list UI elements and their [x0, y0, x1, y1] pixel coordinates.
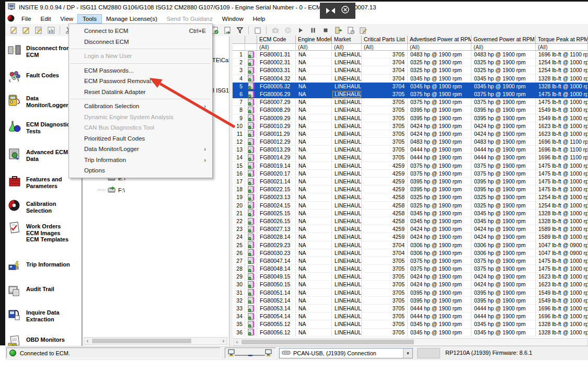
table-row[interactable]: 21FG80025.15NALINEHAUL42580345 hp @ 1900…	[233, 210, 588, 217]
notes-edit-icon[interactable]	[358, 26, 368, 35]
sidebar-item-work-orders-ecm-images-ecm-templates[interactable]: Work OrdersECM ImagesECM Templates	[7, 222, 80, 243]
table-row[interactable]: 25FG80029.23NALINEHAUL37040306 hp @ 1900…	[233, 241, 588, 249]
table-row[interactable]: 1FG80001.31NALINEHAUL37050483 hp @ 1900 …	[233, 51, 588, 59]
table-row[interactable]: 4FG80004.32NALINEHAUL37040345 hp @ 1900 …	[233, 75, 588, 83]
table-row[interactable]: 27FG80047.14NALINEHAUL37050375 hp @ 1900…	[233, 257, 588, 265]
table-row[interactable]: 22FG80026.15NALINEHAUL42580345 hp @ 1900…	[233, 217, 588, 225]
close-icon[interactable]	[341, 6, 349, 16]
tree-drive-f[interactable]: F:\	[98, 186, 125, 194]
menu-item-ecm-password-removal[interactable]: ECM Password Removal...	[69, 76, 212, 87]
menu-item-trip-information[interactable]: Trip Information›	[69, 155, 212, 166]
table-row[interactable]: 24FG80028.14NALINEHAUL42590424 hp @ 1900…	[233, 233, 588, 241]
filter-cell[interactable]: (All)	[332, 44, 362, 51]
cell-governed_power: 0395 hp @ 1900 rpm	[471, 106, 536, 114]
table-row[interactable]: 30FG80050.15NALINEHAUL37050424 hp @ 1900…	[233, 281, 588, 288]
table-row[interactable]: 17FG80021.14NALINEHAUL42590395 hp @ 1900…	[233, 178, 588, 186]
menu-item-options[interactable]: Options	[69, 165, 212, 176]
sidebar-item-trip-information[interactable]: Trip Information	[7, 260, 80, 275]
table-row[interactable]: 36FG80056.12NALINEHAUL37050345 hp @ 1900…	[233, 329, 588, 337]
dropdown-arrow-icon[interactable]: ▼	[403, 349, 412, 358]
cell-critical_parts_list: 4259	[362, 162, 408, 170]
adapter-select-dropdown[interactable]: PCAN-USB, (J1939) Connection ▼	[279, 348, 413, 358]
table-row[interactable]: 9FG80009.29NALINEHAUL37050395 hp @ 1900 …	[233, 114, 588, 122]
table-row[interactable]: 29FG80049.15NALINEHAUL37050424 hp @ 1900…	[233, 273, 588, 281]
tree-horizontal-scrollbar[interactable]: ‹ ›	[84, 337, 227, 345]
graph-icon[interactable]	[45, 26, 56, 35]
table-row[interactable]: 19FG80023.13NALINEHAUL42580325 hp @ 1900…	[233, 193, 588, 201]
menu-view[interactable]: View	[55, 15, 78, 23]
filter-cell[interactable]: (All)	[471, 44, 536, 51]
menu-window[interactable]: Window	[217, 15, 248, 23]
menu-edit[interactable]: Edit	[36, 15, 56, 23]
menu-item-prioritized-fault-codes[interactable]: Prioritized Fault Codes	[69, 133, 212, 144]
table-row[interactable]: 7FG80007.29NALINEHAUL37050375 hp @ 1900 …	[233, 98, 588, 106]
table-row[interactable]: 18FG80022.15NALINEHAUL42590395 hp @ 1900…	[233, 186, 588, 193]
table-row[interactable]: 5FG80005.32NALINEHAUL37040345 hp @ 1900 …	[233, 83, 588, 90]
play-icon[interactable]	[295, 26, 306, 35]
cell-market: LINEHAUL	[332, 305, 362, 312]
menu-item-reset-datalink-adapter[interactable]: Reset Datalink Adapter	[69, 87, 212, 98]
table-row[interactable]: 14FG80014.29NALINEHAUL37050444 hp @ 1900…	[233, 154, 588, 161]
row-number: 23	[233, 225, 245, 233]
table-row[interactable]: 13FG80013.29NALINEHAUL37050444 hp @ 1900…	[233, 146, 588, 154]
scroll-left-icon[interactable]: ‹	[234, 339, 240, 345]
sidebar-item-inquire-data-extraction[interactable]: Inquire DataExtraction	[7, 308, 80, 323]
menu-file[interactable]: File	[17, 15, 36, 23]
menu-item-connect-to-ecm[interactable]: Connect to ECMCtrl+E	[69, 26, 212, 37]
menu-item-calibration-selection[interactable]: Calibration Selection›	[69, 101, 212, 112]
report-icon[interactable]	[345, 26, 356, 35]
table-row[interactable]: 3FG80003.31NALINEHAUL37040325 hp @ 1900 …	[233, 66, 588, 74]
table-row[interactable]: 16FG80020.17NALINEHAUL42590375 hp @ 1900…	[233, 170, 588, 178]
cell-ecm_code: FG80012.29	[257, 138, 296, 146]
filter-icon[interactable]	[234, 26, 245, 35]
menu-tools[interactable]: Tools	[78, 15, 101, 23]
menu-send-to-guidanz[interactable]: Send To Guidanz	[162, 15, 217, 23]
filter-cell[interactable]: (All)	[362, 44, 408, 51]
table-row[interactable]: 34FG80054.14NALINEHAUL37050444 hp @ 1900…	[233, 312, 588, 320]
menu-item-ecm-passwords[interactable]: ECM Passwords...	[69, 65, 212, 76]
calibration-file-icon	[245, 305, 257, 312]
table-scroll-thumb[interactable]	[241, 340, 414, 344]
table-horizontal-scrollbar[interactable]: ‹	[233, 338, 588, 346]
scroll-right-icon[interactable]: ›	[220, 338, 227, 344]
table-row[interactable]: 6FG80006.29NALINEHAUL37050375 hp @ 1900 …	[233, 90, 588, 98]
table-row[interactable]: 35FG80055.12NALINEHAUL37050345 hp @ 1900…	[233, 320, 588, 328]
table-row[interactable]: 23FG80027.13NALINEHAUL42590424 hp @ 1900…	[233, 225, 588, 233]
tree-scroll-thumb[interactable]	[92, 339, 191, 343]
work-order-open-icon[interactable]	[20, 26, 31, 35]
table-row[interactable]: 10FG80010.29NALINEHAUL37050424 hp @ 1900…	[233, 122, 588, 130]
table-row[interactable]: 8FG80008.29NALINEHAUL37050395 hp @ 1900 …	[233, 106, 588, 114]
calibration-file-icon	[245, 83, 257, 90]
table-row[interactable]: 26FG80030.23NALINEHAUL37040306 hp @ 1900…	[233, 249, 588, 257]
menu-help[interactable]: Help	[248, 15, 270, 23]
filter-cell[interactable]: (All)	[296, 44, 332, 51]
table-row[interactable]: 31FG80051.14NALINEHAUL37050395 hp @ 1900…	[233, 289, 588, 297]
row-number: 12	[233, 138, 245, 146]
exit-connect-icon[interactable]	[332, 26, 343, 35]
menu-manage-license-s-[interactable]: Manage License(s)	[101, 15, 162, 23]
table-row[interactable]: 12FG80012.29NALINEHAUL37050483 hp @ 1900…	[233, 138, 588, 146]
pause-icon[interactable]	[307, 26, 318, 35]
work-order-new-icon[interactable]	[8, 26, 19, 35]
table-row[interactable]: 28FG80048.14NALINEHAUL37050375 hp @ 1900…	[233, 265, 588, 273]
menu-item-disconnect-ecm[interactable]: Disconnect ECM	[69, 37, 212, 48]
table-row[interactable]: 33FG80053.14NALINEHAUL37050444 hp @ 1900…	[233, 305, 588, 312]
table-row[interactable]: 32FG80052.14NALINEHAUL37050395 hp @ 1900…	[233, 297, 588, 305]
clipboard-icon[interactable]	[252, 26, 263, 35]
filter-cell[interactable]: (All)	[536, 44, 588, 51]
table-row[interactable]: 20FG80024.15NALINEHAUL42580325 hp @ 1900…	[233, 202, 588, 210]
filter-cell[interactable]: (All)	[257, 44, 296, 51]
table-row[interactable]: 2FG80002.31NALINEHAUL37040325 hp @ 1900 …	[233, 59, 588, 66]
filter-cell[interactable]: (All)	[408, 44, 471, 51]
collapse-icon[interactable]	[326, 6, 335, 16]
sidebar-item-audit-trail[interactable]: Audit Trail	[7, 284, 80, 300]
sidebar-item-calibration-selection[interactable]: CalibrationSelection	[7, 199, 80, 215]
doc-export-icon[interactable]	[222, 26, 233, 35]
stop-icon[interactable]	[320, 26, 331, 35]
cell-engine_model: NA	[296, 138, 332, 146]
table-row[interactable]: 11FG80011.29NALINEHAUL37050424 hp @ 1900…	[233, 130, 588, 138]
menu-item-data-monitor-logger[interactable]: Data Monitor/Logger›	[69, 144, 212, 155]
scroll-left-icon[interactable]: ‹	[84, 338, 91, 344]
table-row[interactable]: 15FG80019.14NALINEHAUL42590375 hp @ 1900…	[233, 162, 588, 170]
work-order-notes-icon[interactable]	[33, 26, 44, 35]
